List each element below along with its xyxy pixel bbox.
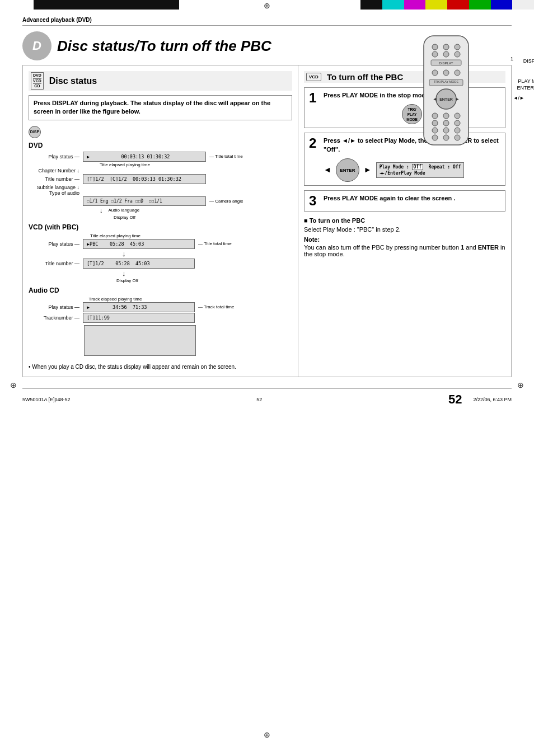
audiocd-title: Audio CD <box>29 287 292 294</box>
camera-angle-label: — Camera angle <box>209 199 243 204</box>
dvd-title: DVD <box>29 142 292 149</box>
remote-label-arrows: ◄/► <box>513 95 524 101</box>
enter-button: ENTER <box>336 158 359 182</box>
disc-instruction: Press DISPLAY during playback. The statu… <box>29 95 292 120</box>
svg-point-11 <box>455 70 460 76</box>
step-3-number: 3 <box>309 194 319 208</box>
display-off-row: ↓ Audio language <box>29 207 292 214</box>
cd-empty-screen <box>84 325 292 359</box>
vcd-title: VCD (with PBC) <box>29 223 292 231</box>
cd-total-label: — Track total time <box>198 304 234 309</box>
spacer5 <box>29 233 82 238</box>
spacer9 <box>29 297 82 302</box>
dvd-screen-row1: ▶ 00:03:13 01:30:32 <box>83 152 206 162</box>
step-1-number: 1 <box>309 91 319 105</box>
footer-center: 52 <box>256 397 262 402</box>
cd-elapsed-label-row: Track elapsed playing time <box>29 297 292 302</box>
svg-point-24 <box>432 128 438 133</box>
vcd-down-arrow2: ↓ <box>122 269 126 278</box>
svg-point-5 <box>443 51 449 57</box>
svg-text:TRK/PLAY MODE: TRK/PLAY MODE <box>434 80 458 83</box>
svg-point-4 <box>432 51 438 57</box>
disc-badge: DVD VCD CD <box>31 72 44 90</box>
svg-point-2 <box>443 44 449 50</box>
vcd-elapsed-label-row: Title elapsed playing time <box>29 233 292 238</box>
svg-point-27 <box>432 135 438 140</box>
pbc-on-title: ■ To turn on the PBC <box>304 217 505 224</box>
vcd-arrow-row: ↓ <box>29 250 292 258</box>
footer-center-area: 52 <box>256 397 262 402</box>
cd-elapsed-label: Track elapsed playing time <box>87 297 143 302</box>
pbc-on-text: Select Play Mode : "PBC" in step 2. <box>304 226 505 233</box>
cd-tracknum-row: Tracknumber — [T]11:99 <box>29 313 292 323</box>
remote-label-1: 1 <box>510 56 513 62</box>
display-off-label: Display Off <box>114 215 135 220</box>
cd-screen-row1: ▶ 34:56 71:33 <box>83 302 195 312</box>
right-arrow-icon: ► <box>364 165 372 176</box>
subtitle-label: Subtitle language ↓ Type of audio <box>29 185 82 196</box>
instruction-text: Press DISPLAY during playback. The statu… <box>34 100 270 115</box>
audiocd-annotation-area: Track elapsed playing time Play status —… <box>29 297 292 359</box>
svg-point-26 <box>455 128 460 133</box>
play-status-label: Play status — <box>29 154 82 159</box>
vcd-screen-row2: [T]1/2 05:28 45:03 <box>83 259 195 269</box>
svg-point-25 <box>443 128 449 133</box>
remote-label-enter: ENTER <box>517 85 534 91</box>
svg-point-1 <box>432 44 438 50</box>
cd-tracknum-label: Tracknumber — <box>29 315 82 321</box>
vcd-play-status-row: Play status — ▶PBC 05:28 45:03 — Title t… <box>29 239 292 249</box>
vcd-display-off: Display Off <box>116 278 138 283</box>
bullet-note-text: • When you play a CD disc, the status di… <box>29 364 236 370</box>
title-icon: D <box>22 31 51 60</box>
svg-text:DISPLAY: DISPLAY <box>439 62 453 65</box>
vcd-badge: VCD <box>306 73 321 81</box>
svg-text:◄: ◄ <box>433 96 438 102</box>
svg-point-3 <box>455 44 460 50</box>
svg-point-22 <box>443 120 449 126</box>
vcd-display-off-row: ↓ <box>29 269 292 278</box>
dvd-annotation-area: Play status — ▶ 00:03:13 01:30:32 — Titl… <box>29 152 292 220</box>
page-footer: 5W50101A [E]p48-52 52 52 2/22/06, 6:43 P… <box>22 388 512 407</box>
page-title: Disc status/To turn off the PBC <box>57 38 271 54</box>
footer-left: 5W50101A [E]p48-52 <box>22 397 71 402</box>
cd-play-status-label: Play status — <box>29 304 82 310</box>
dvd-elapsed-label-row: Title elapsed playing time <box>29 162 292 167</box>
remote-svg: DISPLAY TRK/PLAY MODE ENTER ◄ ► <box>415 35 477 147</box>
title-elapsed-label: Title elapsed playing time <box>94 162 156 167</box>
vcd-total-label: — Title total time <box>198 241 232 246</box>
crosshair-right: ⊕ <box>517 381 524 389</box>
footer-right-area: 52 2/22/06, 6:43 PM <box>448 392 512 407</box>
vcd-annotation-area: Title elapsed playing time Play status —… <box>29 233 292 283</box>
vcd-title-num-label: Title number — <box>29 261 82 266</box>
svg-point-28 <box>443 135 449 140</box>
svg-point-29 <box>455 135 460 140</box>
crosshair-left: ⊕ <box>10 381 17 389</box>
cd-play-status-row: Play status — ▶ 34:56 71:33 — Track tota… <box>29 302 292 312</box>
dvd-play-status-row: Play status — ▶ 00:03:13 01:30:32 — Titl… <box>29 152 292 162</box>
audio-lang-label: Audio language <box>109 208 140 213</box>
step-3-box: 3 Press PLAY MODE again to clear the scr… <box>304 190 505 212</box>
title-total-label: — Title total time <box>209 154 243 159</box>
step-3-content: Press PLAY MODE again to clear the scree… <box>324 194 500 203</box>
disc-status-section: DVD VCD CD Disc status Press DISPLAY dur… <box>23 65 298 377</box>
step-3-text: Press PLAY MODE again to clear the scree… <box>324 195 455 201</box>
down-arrow-1: ↓ <box>100 207 103 214</box>
display-button-icon: DISP <box>29 126 41 138</box>
subtitle-row: Subtitle language ↓ Type of audio <box>29 185 292 196</box>
cd-empty-screen-box <box>84 325 196 356</box>
vcd-elapsed-label: Title elapsed playing time <box>87 233 143 238</box>
remote-label-playmode: PLAY MODE <box>518 78 534 84</box>
bullet-note: • When you play a CD disc, the status di… <box>29 363 292 371</box>
step-2-number: 2 <box>309 137 319 150</box>
chapter-label: Chapter Number ↓ <box>29 168 82 173</box>
svg-point-18 <box>432 113 438 119</box>
note-text: You can also turn off the PBC by pressin… <box>304 244 505 257</box>
svg-text:ENTER: ENTER <box>439 97 453 101</box>
svg-point-9 <box>432 70 438 76</box>
audio-row: ☐1/1 Eng ☐1/2 Fra ☐☐D ☐☐1/1 — Camera ang… <box>29 196 292 206</box>
display-off2-row: Display Off <box>29 215 292 220</box>
svg-text:►: ► <box>455 96 460 102</box>
disc-status-header: DVD VCD CD Disc status <box>29 71 292 91</box>
step-2-visual: ◄ ENTER ► Play Mode : Off Repeat : Off ◄… <box>324 158 500 182</box>
svg-point-21 <box>432 120 438 126</box>
